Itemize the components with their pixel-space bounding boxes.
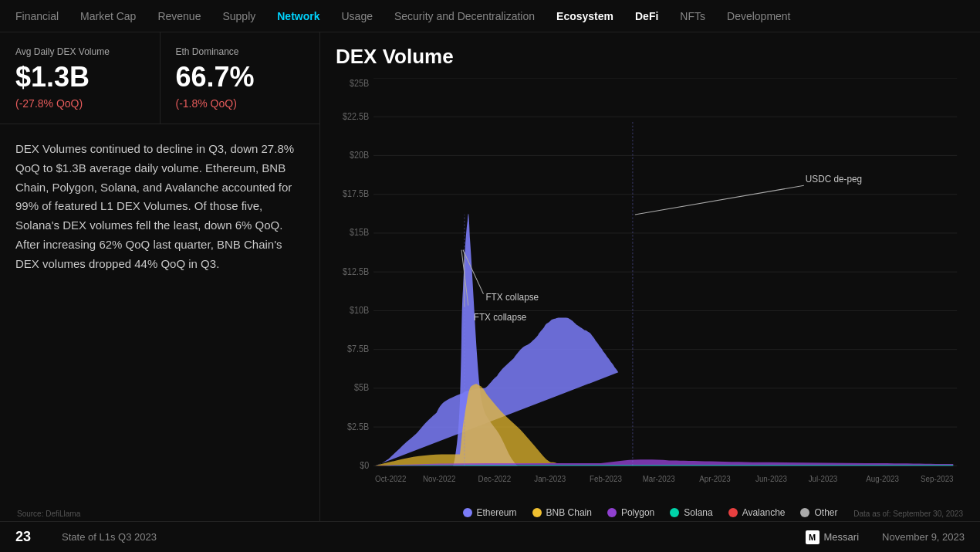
eth-dominance-change: (-1.8% QoQ) [176, 97, 305, 110]
dex-volume-chart: $0 $2.5B $5B $7.5B $10B $12.5B $15B $17.… [336, 78, 965, 501]
legend-avalanche: Avalanche [728, 507, 786, 518]
svg-text:Sep-2023: Sep-2023 [921, 473, 954, 483]
solana-label: Solana [684, 507, 712, 518]
description-box: DEX Volumes continued to decline in Q3, … [0, 124, 319, 521]
main-content: Avg Daily DEX Volume $1.3B (-27.8% QoQ) … [0, 32, 980, 521]
ethereum-label: Ethereum [477, 507, 517, 518]
nav-revenue[interactable]: Revenue [157, 10, 201, 22]
legend-polygon: Polygon [607, 507, 654, 518]
eth-dominance-stat: Eth Dominance 66.7% (-1.8% QoQ) [161, 32, 320, 124]
chart-area: $0 $2.5B $5B $7.5B $10B $12.5B $15B $17.… [336, 78, 965, 501]
page-number: 23 [15, 529, 31, 545]
ethereum-dot [463, 508, 472, 517]
chart-title: DEX Volume [336, 45, 965, 69]
svg-text:Apr-2023: Apr-2023 [699, 473, 730, 483]
svg-text:Jun-2023: Jun-2023 [755, 473, 787, 483]
svg-text:$2.5B: $2.5B [347, 421, 369, 432]
bnb-dot [532, 508, 542, 517]
nav-usage[interactable]: Usage [341, 10, 372, 22]
svg-text:$10B: $10B [350, 304, 369, 315]
eth-dominance-label: Eth Dominance [176, 46, 305, 57]
legend-bnb: BNB Chain [532, 507, 592, 518]
other-dot [800, 508, 809, 517]
nav-supply[interactable]: Supply [222, 10, 255, 22]
eth-dominance-value: 66.7% [176, 63, 305, 91]
messari-text: Messari [824, 531, 860, 543]
svg-text:$12.5B: $12.5B [343, 266, 369, 276]
report-date: November 9, 2023 [882, 531, 965, 543]
messari-icon: M [806, 530, 819, 544]
avg-daily-dex-value: $1.3B [15, 63, 144, 91]
svg-text:FTX collapse: FTX collapse [485, 290, 539, 303]
legend-ethereum: Ethereum [463, 507, 517, 518]
svg-text:$22.5B: $22.5B [343, 110, 369, 121]
svg-text:$7.5B: $7.5B [347, 343, 369, 354]
legend-solana: Solana [670, 507, 712, 518]
svg-text:Dec-2022: Dec-2022 [478, 473, 512, 483]
svg-text:Feb-2023: Feb-2023 [590, 473, 622, 483]
stats-row: Avg Daily DEX Volume $1.3B (-27.8% QoQ) … [0, 32, 319, 124]
svg-text:$20B: $20B [350, 149, 369, 160]
svg-text:$5B: $5B [354, 381, 369, 392]
svg-text:Aug-2023: Aug-2023 [866, 473, 899, 483]
svg-line-39 [635, 185, 804, 215]
other-label: Other [814, 507, 837, 518]
svg-text:USDC de-peg: USDC de-peg [806, 172, 862, 185]
legend-other: Other [800, 507, 837, 518]
bottom-left: 23 State of L1s Q3 2023 [15, 529, 157, 545]
description-text: DEX Volumes continued to decline in Q3, … [15, 140, 304, 273]
messari-logo: M Messari [806, 530, 860, 544]
polygon-label: Polygon [621, 507, 654, 518]
avg-daily-dex-change: (-27.8% QoQ) [15, 97, 144, 110]
svg-text:Mar-2023: Mar-2023 [643, 473, 675, 483]
left-panel: Avg Daily DEX Volume $1.3B (-27.8% QoQ) … [0, 32, 320, 521]
nav-defi[interactable]: DeFi [635, 10, 658, 22]
source-label: Source: DefiLlama [17, 510, 80, 518]
avalanche-label: Avalanche [742, 507, 786, 518]
bnb-label: BNB Chain [546, 507, 592, 518]
page-title: State of L1s Q3 2023 [62, 531, 157, 543]
avg-daily-dex-label: Avg Daily DEX Volume [15, 46, 144, 57]
right-panel: DEX Volume [320, 32, 980, 521]
svg-text:Nov-2022: Nov-2022 [423, 473, 456, 483]
svg-text:$0: $0 [360, 459, 369, 470]
avg-daily-dex-stat: Avg Daily DEX Volume $1.3B (-27.8% QoQ) [0, 32, 161, 124]
svg-text:$25B: $25B [350, 78, 369, 89]
nav-nfts[interactable]: NFTs [680, 10, 705, 22]
data-as-of-label: Data as of: September 30, 2023 [853, 510, 963, 518]
solana-dot [670, 508, 679, 517]
nav-ecosystem[interactable]: Ecosystem [556, 10, 613, 22]
svg-text:$17.5B: $17.5B [343, 188, 369, 198]
svg-text:Jul-2023: Jul-2023 [809, 473, 838, 483]
nav-financial[interactable]: Financial [15, 10, 59, 22]
nav-security[interactable]: Security and Decentralization [394, 10, 535, 22]
svg-text:FTX collapse: FTX collapse [474, 310, 527, 323]
nav-network[interactable]: Network [277, 10, 319, 22]
bottom-right: M Messari November 9, 2023 [806, 530, 965, 544]
svg-text:Oct-2022: Oct-2022 [375, 473, 406, 483]
polygon-dot [607, 508, 617, 517]
nav-development[interactable]: Development [727, 10, 791, 22]
nav-marketcap[interactable]: Market Cap [80, 10, 136, 22]
svg-text:$15B: $15B [350, 227, 369, 238]
top-navigation: Financial Market Cap Revenue Supply Netw… [0, 0, 980, 32]
avalanche-dot [728, 508, 738, 517]
svg-text:Jan-2023: Jan-2023 [534, 473, 566, 483]
bottom-bar: 23 State of L1s Q3 2023 M Messari Novemb… [0, 521, 980, 552]
